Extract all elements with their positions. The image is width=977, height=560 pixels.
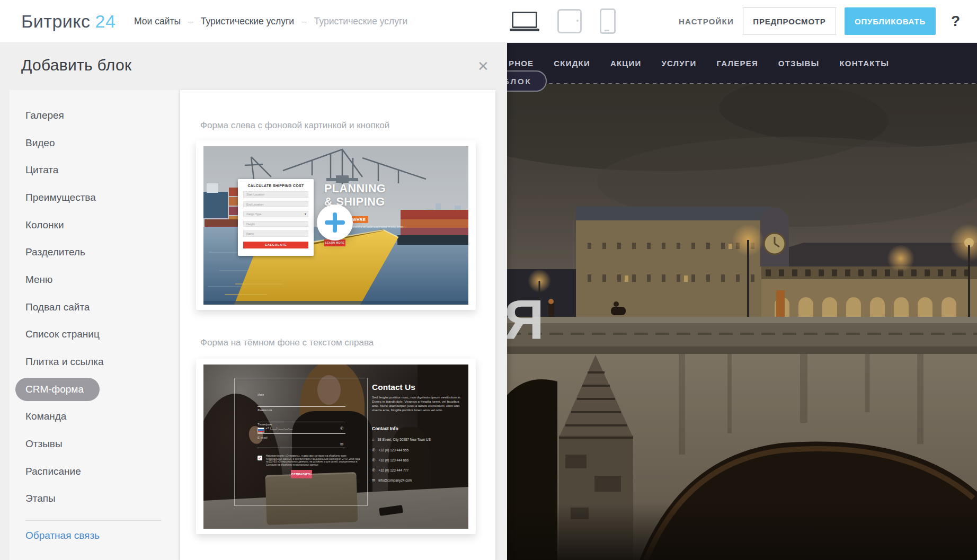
mail-icon: ✉ [340,442,343,447]
sidebar-item-menu[interactable]: Меню [10,266,179,294]
sidebar-item-schedule[interactable]: Расписание [10,458,179,485]
phone-icon: ✆ [372,468,375,473]
app-root: РНОЕ СКИДКИ АКЦИИ УСЛУГИ ГАЛЕРЕЯ ОТЗЫВЫ … [0,0,977,560]
label-phone: Телефон [257,423,272,426]
bridge-scene-graphic [507,84,977,560]
feedback-link[interactable]: Обратная связь [10,530,179,541]
home-icon: ⌂ [372,438,375,442]
label-last-name: Фамилия [257,408,272,412]
phone-icon: ✆ [340,426,343,431]
sidebar-item-reviews[interactable]: Отзывы [10,430,179,458]
sidebar-item-team[interactable]: Команда [10,403,179,431]
input-name: Name [243,230,308,237]
contact-phone-row: ✆+32 (0) 123 444 555 [372,448,465,452]
label-email: E-mail [257,436,268,439]
preview2-caption: Форма на тёмном фоне с текстом справа [200,337,374,348]
breadcrumb-separator: – [188,16,193,27]
form-outline-frame [234,378,368,506]
sidebar-item-columns[interactable]: Колонки [10,211,179,239]
block-preview-card-dark-form[interactable]: Имя Фамилия Телефон +7 (___) ___-__-__ ✆… [196,359,476,534]
phone-icon: ✆ [372,448,375,452]
shipping-form-thumbnail: CALCULATE SHIPPING COST Start Location E… [238,179,314,256]
contact-address-row: ⌂98 Street, City 50987 New Town US [372,438,465,442]
site-nav-item[interactable]: ОТЗЫВЫ [778,59,820,68]
contact-email-row: ✉info@company24.com [372,478,465,483]
sidebar-item-page-list[interactable]: Список страниц [10,321,179,349]
sidebar-item-footer[interactable]: Подвал сайта [10,294,179,321]
block-category-sidebar: Галерея Видео Цитата Преимущества Колонк… [10,90,179,560]
site-nav-item[interactable]: СКИДКИ [554,59,590,68]
contact-phone-row: ✆+32 (0) 123 444 777 [372,468,465,473]
site-nav-menu: РНОЕ СКИДКИ АКЦИИ УСЛУГИ ГАЛЕРЕЯ ОТЗЫВЫ … [509,42,889,84]
sidebar-item-tile-link[interactable]: Плитка и ссылка [10,348,179,376]
bitrix24-logo[interactable]: Битрикс 24 [21,0,116,42]
input-start-location: Start Location [243,191,308,198]
help-icon[interactable]: ? [951,0,960,42]
breadcrumb-separator: – [301,16,307,27]
label-first-name: Имя [257,393,264,396]
settings-button[interactable]: НАСТРОЙКИ [679,0,734,42]
sidebar-item-divider[interactable]: Разделитель [10,238,179,266]
mail-icon: ✉ [372,478,375,483]
dropdown-caret-icon: ▾ [305,211,306,217]
russia-flag-icon [257,428,264,433]
site-nav-item[interactable]: АКЦИИ [610,59,642,68]
contact-us-body: Sed feugiat porttitor nunc, non dignissi… [372,395,463,412]
preview-button[interactable]: ПРЕДПРОСМОТР [743,7,836,35]
sidebar-item-advantages[interactable]: Преимущества [10,184,179,211]
mobile-view-icon[interactable] [600,8,616,34]
phone-mask-value: +7 (___) ___-__-__ [265,426,293,430]
consent-text: Нажимая кнопку «Отправить», я даю свое с… [266,455,360,467]
input-underline [257,433,345,434]
shipping-form-title: CALCULATE SHIPPING COST [238,184,314,188]
sidebar-item-video[interactable]: Видео [10,129,179,157]
breadcrumb-site[interactable]: Туристические услуги [201,16,294,27]
device-switcher [510,0,616,42]
contact-info-heading: Contact Info [372,426,398,431]
breadcrumb: Мои сайты – Туристические услуги – Турис… [134,0,407,42]
add-block-plus-button[interactable] [317,205,353,241]
breadcrumb-page: Туристические услуги [314,16,407,27]
sidebar-divider [25,520,162,521]
top-toolbar: Битрикс 24 Мои сайты – Туристические усл… [0,0,977,43]
publish-button[interactable]: ОПУБЛИКОВАТЬ [845,7,936,35]
site-nav-item[interactable]: УСЛУГИ [661,59,696,68]
desktop-view-icon[interactable] [510,12,539,31]
input-underline [257,422,345,422]
site-nav-item[interactable]: РНОЕ [509,59,534,68]
input-underline [257,448,345,448]
block-preview-card-form-left[interactable]: CALCULATE SHIPPING COST Start Location E… [196,140,476,310]
tablet-view-icon[interactable] [557,9,582,33]
select-cargo-type: Cargo Type▾ [243,211,308,217]
preview1-image: CALCULATE SHIPPING COST Start Location E… [203,146,468,305]
sidebar-item-quote[interactable]: Цитата [10,156,179,184]
site-hero-photo: Я [507,84,977,560]
sidebar-item-gallery[interactable]: Галерея [10,102,179,129]
block-preview-list: Форма слева с фоновой картинкой и кнопко… [180,90,495,560]
send-button: ОТПРАВИТЬ [291,470,312,478]
hero-title-letter: Я [504,291,544,348]
input-underline [257,406,345,407]
breadcrumb-my-sites[interactable]: Мои сайты [134,16,181,27]
input-height: Height [243,221,308,227]
site-nav-item[interactable]: КОНТАКТЫ [840,59,890,68]
input-end-location: End Location [243,201,308,208]
add-block-panel: Добавить блок ✕ Галерея Видео Цитата Пре… [0,42,507,560]
contact-us-heading: Contact Us [372,383,415,392]
sidebar-item-stages[interactable]: Этапы [10,485,179,513]
contact-phone-row: ✆+32 (0) 123 444 666 [372,458,465,463]
preview1-caption: Форма слева с фоновой картинкой и кнопко… [200,120,389,131]
preview2-image: Имя Фамилия Телефон +7 (___) ___-__-__ ✆… [203,365,468,529]
sidebar-item-crm-form-selected[interactable]: CRM-форма [10,376,179,403]
consent-checkbox: ✔ [257,456,262,460]
calculate-button: CALCULATE [243,242,308,248]
site-nav-item[interactable]: ГАЛЕРЕЯ [717,59,758,68]
close-icon[interactable]: ✕ [477,59,489,73]
panel-title: Добавить блок [21,56,131,74]
phone-icon: ✆ [372,458,375,463]
